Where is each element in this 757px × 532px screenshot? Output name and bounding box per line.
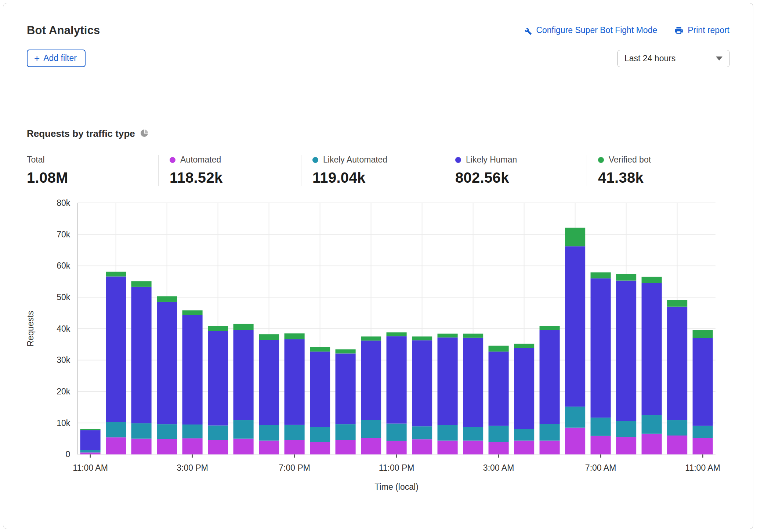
stat-label-text: Total xyxy=(27,155,45,165)
section-title-row: Requests by traffic type xyxy=(3,128,753,139)
bar-segment xyxy=(591,272,611,278)
bar-segment xyxy=(667,420,687,436)
bar-segment xyxy=(208,440,228,454)
bar-segment xyxy=(642,434,662,455)
bar-segment xyxy=(310,347,330,351)
bar-segment xyxy=(438,425,458,441)
bar-segment xyxy=(157,296,177,302)
printer-icon xyxy=(674,26,684,35)
bar-segment xyxy=(80,452,101,454)
stat-value: 1.08M xyxy=(27,170,158,186)
y-axis-tick-label: 40k xyxy=(57,324,70,334)
bar-segment xyxy=(540,330,560,424)
bar-segment xyxy=(131,287,152,423)
bar-segment xyxy=(285,425,305,440)
bar-segment xyxy=(591,418,611,436)
bar-segment xyxy=(591,436,611,455)
y-axis-tick-label: 50k xyxy=(57,292,70,302)
bar-segment xyxy=(131,423,152,439)
bar-segment xyxy=(259,340,279,425)
pie-chart-icon xyxy=(140,129,149,139)
bar-segment xyxy=(336,353,356,424)
stat-label-text: Likely Automated xyxy=(323,155,387,165)
legend-dot xyxy=(455,157,461,163)
y-axis-tick-label: 20k xyxy=(57,387,70,396)
bar-segment xyxy=(540,441,560,455)
page-title: Bot Analytics xyxy=(27,24,100,37)
time-range-select[interactable]: Last 24 hours xyxy=(617,50,729,67)
bar-segment xyxy=(693,438,713,455)
plus-icon: + xyxy=(34,55,40,62)
stat-verified-bot: Verified bot41.38k xyxy=(587,155,729,186)
bar-segment xyxy=(106,277,126,422)
bar-segment xyxy=(106,437,126,454)
bar-segment xyxy=(616,421,636,437)
bar-segment xyxy=(106,272,126,277)
header: Bot Analytics Configure Super Bot Fight … xyxy=(3,3,753,37)
bar-segment xyxy=(157,439,177,454)
bar-segment xyxy=(131,439,152,455)
bar-segment xyxy=(80,450,101,452)
y-axis-tick-label: 60k xyxy=(57,261,70,270)
bot-analytics-card: Bot Analytics Configure Super Bot Fight … xyxy=(3,3,753,529)
add-filter-label: Add filter xyxy=(43,53,77,63)
legend-dot xyxy=(598,157,604,163)
bar-segment xyxy=(259,334,279,340)
bar-segment xyxy=(182,315,203,424)
bar-segment xyxy=(667,436,687,454)
screen: Bot Analytics Configure Super Bot Fight … xyxy=(0,0,757,532)
x-axis-title: Time (local) xyxy=(374,482,418,492)
bar-segment xyxy=(361,438,381,454)
print-report-link[interactable]: Print report xyxy=(674,25,729,35)
bar-segment xyxy=(336,440,356,455)
bar-segment xyxy=(489,346,509,351)
x-axis-tick-label: 11:00 PM xyxy=(379,463,414,473)
bar-segment xyxy=(182,438,203,455)
header-links: Configure Super Bot Fight Mode Print rep… xyxy=(522,25,729,35)
bar-segment xyxy=(182,310,203,315)
bar-segment xyxy=(412,340,432,426)
bar-segment xyxy=(412,336,432,340)
time-range-value: Last 24 hours xyxy=(624,54,675,63)
y-axis-tick-label: 10k xyxy=(57,418,70,428)
bar-segment xyxy=(565,228,585,247)
bar-segment xyxy=(157,424,177,439)
bar-segment xyxy=(106,422,126,437)
stat-likely-human: Likely Human802.56k xyxy=(444,155,587,186)
bar-segment xyxy=(131,281,152,287)
bar-segment xyxy=(438,338,458,425)
stat-label-text: Verified bot xyxy=(609,155,651,165)
bar-segment xyxy=(616,281,636,421)
bar-segment xyxy=(208,326,228,331)
print-link-label: Print report xyxy=(688,25,729,35)
bar-segment xyxy=(693,426,713,438)
bar-segment xyxy=(233,324,254,330)
x-axis-tick-label: 11:00 AM xyxy=(685,463,720,473)
bar-segment xyxy=(489,426,509,442)
chart-container: 010k20k30k40k50k60k70k80k11:00 AM3:00 PM… xyxy=(3,197,753,504)
chevron-down-icon xyxy=(716,57,722,61)
configure-super-bot-fight-mode-link[interactable]: Configure Super Bot Fight Mode xyxy=(522,25,657,35)
bar-segment xyxy=(667,300,687,307)
bar-segment xyxy=(514,344,534,348)
bar-segment xyxy=(642,415,662,434)
bar-segment xyxy=(412,426,432,439)
y-axis-title: Requests xyxy=(26,311,35,346)
bar-segment xyxy=(387,441,407,455)
bar-segment xyxy=(259,425,279,441)
bar-segment xyxy=(387,332,407,336)
bar-segment xyxy=(361,340,381,420)
add-filter-button[interactable]: + Add filter xyxy=(27,50,86,67)
bar-segment xyxy=(514,348,534,429)
y-axis-tick-label: 70k xyxy=(57,230,70,239)
configure-link-label: Configure Super Bot Fight Mode xyxy=(536,25,657,35)
wrench-icon xyxy=(522,26,532,35)
bar-segment xyxy=(285,334,305,339)
bar-segment xyxy=(80,429,101,430)
stat-value: 118.52k xyxy=(170,170,301,186)
bar-segment xyxy=(233,330,254,420)
toolbar-row: + Add filter Last 24 hours xyxy=(3,50,753,67)
bar-segment xyxy=(514,441,534,455)
bar-segment xyxy=(208,331,228,426)
traffic-chart: 010k20k30k40k50k60k70k80k11:00 AM3:00 PM… xyxy=(19,197,737,504)
